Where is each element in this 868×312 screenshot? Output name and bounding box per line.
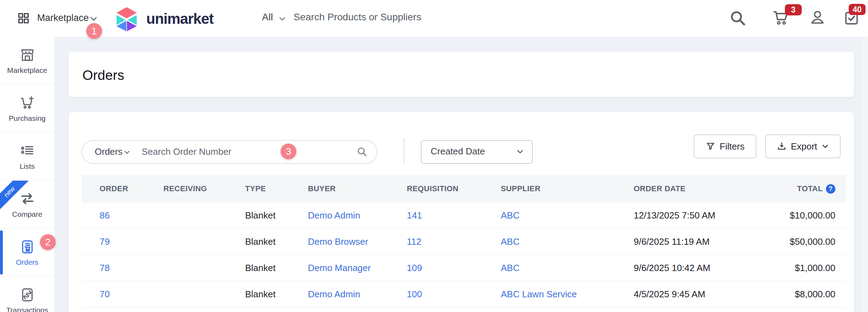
- app-switcher-button[interactable]: [16, 11, 31, 26]
- date-filter-select[interactable]: Created Date: [421, 140, 533, 164]
- order-link[interactable]: 70: [100, 289, 110, 299]
- cell-requisition: 112: [407, 236, 501, 247]
- cell-order-date: 4/5/2025 9:45 AM: [634, 289, 749, 300]
- buyer-link[interactable]: Demo Browser: [308, 236, 368, 247]
- filters-button-label: Filters: [720, 141, 745, 152]
- cell-supplier: ABC Lawn Service: [501, 289, 634, 300]
- cell-order: 70: [100, 289, 163, 300]
- cell-order: 79: [100, 236, 163, 247]
- column-header-requisition[interactable]: REQUISITION: [407, 184, 501, 193]
- filters-button[interactable]: Filters: [694, 134, 756, 158]
- active-indicator: [0, 230, 3, 275]
- requisition-link[interactable]: 100: [407, 289, 422, 299]
- main-content: Orders Orders Search Order Number 3 Crea…: [54, 37, 868, 312]
- sidebar-item-label: Purchasing: [9, 114, 46, 123]
- sidebar-item-label: Transactions: [6, 306, 48, 312]
- cell-order-date: 12/13/2025 7:50 AM: [634, 210, 749, 221]
- cell-total: $8,000.00: [749, 289, 835, 300]
- tasks-badge: 40: [849, 4, 866, 15]
- sidebar-item-label: Lists: [20, 162, 35, 171]
- buyer-link[interactable]: Demo Manager: [308, 263, 371, 273]
- requisition-link[interactable]: 112: [407, 236, 421, 247]
- chevron-down-icon[interactable]: [123, 149, 130, 156]
- sidebar-item-label: Compare: [12, 210, 42, 219]
- filter-divider: [404, 138, 404, 164]
- supplier-link[interactable]: ABC: [501, 236, 519, 247]
- cell-requisition: 100: [407, 289, 501, 300]
- cell-order-date: 9/6/2025 10:42 AM: [634, 263, 749, 273]
- help-icon[interactable]: ?: [826, 184, 835, 194]
- column-header-type[interactable]: TYPE: [245, 184, 308, 193]
- orders-table-card: Orders Search Order Number 3 Created Dat…: [68, 112, 854, 312]
- list-icon: [19, 143, 35, 159]
- orders-table: ORDER RECEIVING TYPE BUYER REQUISITION S…: [81, 175, 846, 307]
- order-link[interactable]: 78: [100, 263, 110, 273]
- column-header-supplier[interactable]: SUPPLIER: [501, 184, 634, 193]
- app-switcher-label[interactable]: Marketplace: [37, 13, 89, 23]
- sidebar: Marketplace Purchasing List: [0, 37, 54, 312]
- cell-requisition: 109: [407, 263, 501, 273]
- column-header-receiving[interactable]: RECEIVING: [163, 184, 245, 193]
- buyer-link[interactable]: Demo Admin: [308, 289, 360, 299]
- export-button[interactable]: Export: [765, 134, 841, 158]
- orders-page-screen: Marketplace unimarket All Search Product…: [0, 0, 868, 312]
- step-annotation-1: 1: [86, 23, 102, 39]
- cell-order: 78: [100, 263, 163, 273]
- sidebar-item-compare[interactable]: new Compare: [0, 181, 54, 229]
- cell-total: $50,000.00: [749, 236, 835, 247]
- buyer-link[interactable]: Demo Admin: [308, 210, 360, 221]
- chevron-down-icon: [516, 147, 524, 156]
- step-annotation-3: 3: [281, 144, 296, 159]
- sidebar-item-label: Orders: [16, 258, 38, 266]
- cart-plus-icon: [19, 95, 35, 111]
- order-link[interactable]: 86: [100, 210, 110, 221]
- supplier-link[interactable]: ABC Lawn Service: [501, 289, 577, 299]
- global-search-scope[interactable]: All: [262, 12, 273, 23]
- search-scope-dropdown[interactable]: Orders: [95, 141, 122, 162]
- sidebar-item-transactions[interactable]: $ Transactions: [0, 277, 54, 312]
- table-row: 86BlanketDemo Admin141ABC12/13/2025 7:50…: [81, 202, 846, 229]
- export-button-label: Export: [791, 141, 817, 152]
- cell-requisition: 141: [407, 210, 501, 221]
- search-order-number-input[interactable]: Search Order Number: [142, 141, 231, 162]
- cell-type: Blanket: [245, 210, 308, 221]
- order-search-field[interactable]: Orders Search Order Number 3: [81, 140, 377, 164]
- cell-order: 86: [100, 210, 163, 221]
- cell-supplier: ABC: [501, 210, 634, 221]
- order-link[interactable]: 79: [100, 236, 110, 247]
- sidebar-item-lists[interactable]: Lists: [0, 133, 54, 181]
- search-icon[interactable]: [729, 9, 746, 27]
- chevron-down-icon[interactable]: [89, 14, 98, 23]
- chevron-down-icon: [821, 143, 829, 150]
- cell-type: Blanket: [245, 263, 308, 273]
- order-document-icon: [19, 239, 35, 255]
- date-filter-value: Created Date: [431, 141, 485, 162]
- page-title: Orders: [68, 51, 854, 83]
- column-header-buyer[interactable]: BUYER: [308, 184, 407, 193]
- vertical-scrollbar[interactable]: [861, 37, 868, 312]
- column-header-order-date[interactable]: ORDER DATE: [634, 184, 749, 193]
- supplier-link[interactable]: ABC: [501, 210, 519, 221]
- requisition-link[interactable]: 141: [407, 210, 422, 221]
- orders-table-rows: 86BlanketDemo Admin141ABC12/13/2025 7:50…: [81, 202, 846, 307]
- cell-supplier: ABC: [501, 236, 634, 247]
- column-header-total[interactable]: TOTAL ?: [749, 184, 835, 194]
- cell-buyer: Demo Admin: [308, 210, 407, 221]
- column-header-order[interactable]: ORDER: [100, 184, 163, 193]
- export-download-icon: [777, 141, 787, 151]
- compare-arrows-icon: [19, 191, 35, 207]
- cell-total: $1,000.00: [749, 263, 835, 273]
- sidebar-item-marketplace[interactable]: Marketplace: [0, 37, 54, 85]
- global-search-input[interactable]: Search Products or Suppliers: [294, 12, 421, 23]
- sidebar-item-purchasing[interactable]: Purchasing: [0, 85, 54, 133]
- chevron-down-icon[interactable]: [278, 15, 287, 23]
- supplier-link[interactable]: ABC: [501, 263, 519, 273]
- requisition-link[interactable]: 109: [407, 263, 422, 273]
- cell-buyer: Demo Browser: [308, 236, 407, 247]
- cell-type: Blanket: [245, 289, 308, 300]
- cell-total: $10,000.00: [749, 210, 835, 221]
- search-icon[interactable]: [356, 146, 368, 157]
- unimarket-logo[interactable]: unimarket: [113, 6, 214, 32]
- sidebar-item-label: Marketplace: [7, 66, 47, 75]
- person-icon[interactable]: [809, 9, 826, 26]
